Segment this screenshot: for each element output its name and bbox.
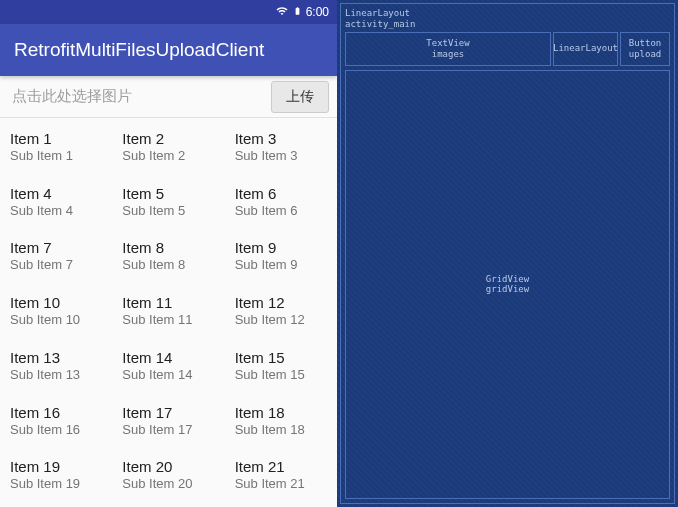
list-item[interactable]: Item 19Sub Item 19	[0, 452, 112, 507]
list-item[interactable]: Item 12Sub Item 12	[225, 288, 337, 343]
item-sub: Sub Item 13	[10, 367, 102, 382]
wifi-icon	[275, 5, 289, 20]
selector-row: 点击此处选择图片 上传	[0, 76, 337, 118]
item-sub: Sub Item 7	[10, 257, 102, 272]
list-item[interactable]: Item 9Sub Item 9	[225, 233, 337, 288]
list-item[interactable]: Item 18Sub Item 18	[225, 398, 337, 453]
list-item[interactable]: Item 6Sub Item 6	[225, 179, 337, 234]
item-sub: Sub Item 3	[235, 148, 327, 163]
item-title: Item 20	[122, 458, 214, 475]
blueprint-linear-label: LinearLayout	[553, 43, 618, 54]
item-title: Item 6	[235, 185, 327, 202]
blueprint-top-row: TextView images LinearLayout Button uplo…	[345, 32, 670, 66]
blueprint-panel: LinearLayout activity_main TextView imag…	[337, 0, 678, 507]
list-item[interactable]: Item 4Sub Item 4	[0, 179, 112, 234]
item-sub: Sub Item 18	[235, 422, 327, 437]
item-sub: Sub Item 10	[10, 312, 102, 327]
item-title: Item 2	[122, 130, 214, 147]
list-item[interactable]: Item 16Sub Item 16	[0, 398, 112, 453]
blueprint-linearlayout[interactable]: LinearLayout	[553, 32, 618, 66]
list-item[interactable]: Item 15Sub Item 15	[225, 343, 337, 398]
item-title: Item 1	[10, 130, 102, 147]
list-item[interactable]: Item 14Sub Item 14	[112, 343, 224, 398]
image-selector-hint[interactable]: 点击此处选择图片	[0, 87, 271, 106]
item-title: Item 9	[235, 239, 327, 256]
item-title: Item 11	[122, 294, 214, 311]
item-title: Item 4	[10, 185, 102, 202]
item-title: Item 16	[10, 404, 102, 421]
list-item[interactable]: Item 13Sub Item 13	[0, 343, 112, 398]
item-title: Item 15	[235, 349, 327, 366]
list-item[interactable]: Item 7Sub Item 7	[0, 233, 112, 288]
list-item[interactable]: Item 8Sub Item 8	[112, 233, 224, 288]
list-item[interactable]: Item 17Sub Item 17	[112, 398, 224, 453]
blueprint-button[interactable]: Button upload	[620, 32, 670, 66]
blueprint-textview-label: TextView images	[426, 38, 469, 60]
blueprint-textview[interactable]: TextView images	[345, 32, 551, 66]
blueprint-gridview-label: GridView gridView	[486, 274, 529, 296]
list-item[interactable]: Item 2Sub Item 2	[112, 124, 224, 179]
item-sub: Sub Item 5	[122, 203, 214, 218]
item-sub: Sub Item 11	[122, 312, 214, 327]
list-item[interactable]: Item 11Sub Item 11	[112, 288, 224, 343]
list-item[interactable]: Item 21Sub Item 21	[225, 452, 337, 507]
list-item[interactable]: Item 1Sub Item 1	[0, 124, 112, 179]
item-sub: Sub Item 4	[10, 203, 102, 218]
blueprint-button-label: Button upload	[629, 38, 662, 60]
item-sub: Sub Item 12	[235, 312, 327, 327]
item-title: Item 17	[122, 404, 214, 421]
item-title: Item 7	[10, 239, 102, 256]
item-sub: Sub Item 8	[122, 257, 214, 272]
item-title: Item 18	[235, 404, 327, 421]
device-preview: 6:00 RetrofitMultiFilesUploadClient 点击此处…	[0, 0, 337, 507]
list-item[interactable]: Item 5Sub Item 5	[112, 179, 224, 234]
item-sub: Sub Item 1	[10, 148, 102, 163]
list-item[interactable]: Item 3Sub Item 3	[225, 124, 337, 179]
item-sub: Sub Item 9	[235, 257, 327, 272]
grid-view[interactable]: Item 1Sub Item 1 Item 2Sub Item 2 Item 3…	[0, 118, 337, 507]
item-title: Item 12	[235, 294, 327, 311]
blueprint-root[interactable]: LinearLayout activity_main TextView imag…	[340, 3, 675, 504]
list-item[interactable]: Item 10Sub Item 10	[0, 288, 112, 343]
blueprint-root-label: LinearLayout activity_main	[345, 8, 670, 30]
item-title: Item 14	[122, 349, 214, 366]
upload-button[interactable]: 上传	[271, 81, 329, 113]
item-sub: Sub Item 21	[235, 476, 327, 491]
item-title: Item 13	[10, 349, 102, 366]
item-sub: Sub Item 14	[122, 367, 214, 382]
item-sub: Sub Item 19	[10, 476, 102, 491]
app-bar: RetrofitMultiFilesUploadClient	[0, 24, 337, 76]
item-sub: Sub Item 20	[122, 476, 214, 491]
item-title: Item 21	[235, 458, 327, 475]
item-title: Item 5	[122, 185, 214, 202]
item-sub: Sub Item 15	[235, 367, 327, 382]
item-title: Item 8	[122, 239, 214, 256]
item-title: Item 10	[10, 294, 102, 311]
item-sub: Sub Item 2	[122, 148, 214, 163]
item-sub: Sub Item 17	[122, 422, 214, 437]
status-time: 6:00	[306, 5, 329, 19]
item-sub: Sub Item 6	[235, 203, 327, 218]
app-title: RetrofitMultiFilesUploadClient	[14, 39, 264, 61]
blueprint-gridview[interactable]: GridView gridView	[345, 70, 670, 499]
status-bar: 6:00	[0, 0, 337, 24]
battery-icon	[293, 4, 302, 21]
item-title: Item 3	[235, 130, 327, 147]
list-item[interactable]: Item 20Sub Item 20	[112, 452, 224, 507]
item-sub: Sub Item 16	[10, 422, 102, 437]
item-title: Item 19	[10, 458, 102, 475]
